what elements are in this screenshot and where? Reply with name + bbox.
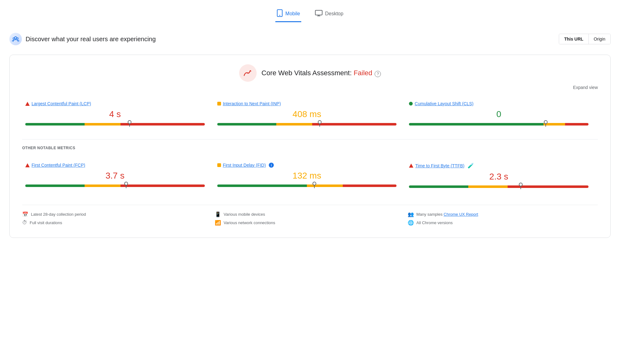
metric-cell-fid: First Input Delay (FID) i 132 ms	[214, 156, 406, 195]
assessment-title: Core Web Vitals Assessment: Failed ?	[262, 69, 381, 77]
bar-orange	[85, 123, 121, 125]
progress-marker	[520, 184, 521, 189]
metric-name-fcp[interactable]: First Contentful Paint (FCP)	[32, 163, 85, 168]
bar-red	[121, 123, 205, 125]
metric-cell-inp: Interaction to Next Paint (INP) 408 ms	[214, 95, 406, 133]
progress-marker	[319, 122, 320, 127]
assessment-icon	[239, 64, 257, 82]
metric-value-inp: 408 ms	[217, 109, 397, 119]
metric-cell-fcp: First Contentful Paint (FCP) 3.7 s	[22, 156, 214, 195]
footer-text: Latest 28-day collection period	[31, 212, 86, 217]
progress-marker	[314, 183, 315, 188]
footer-icon: 📱	[215, 211, 221, 217]
footer-icon: 👥	[408, 211, 414, 217]
footer-icon: ⏱	[22, 220, 27, 225]
help-icon[interactable]: ?	[375, 71, 381, 77]
metric-name-inp[interactable]: Interaction to Next Paint (INP)	[223, 101, 281, 106]
assessment-header: Core Web Vitals Assessment: Failed ?	[22, 64, 598, 82]
metric-cell-ttfb: Time to First Byte (TTFB) 🧪 2.3 s	[406, 156, 598, 195]
svg-rect-2	[315, 10, 322, 15]
bar-red	[312, 123, 396, 125]
info-icon[interactable]: i	[269, 163, 274, 168]
metric-name-ttfb[interactable]: Time to First Byte (TTFB)	[415, 163, 464, 168]
svg-point-5	[17, 38, 18, 39]
progress-bar-track	[409, 185, 588, 188]
indicator-orange-square	[217, 102, 221, 106]
progress-bar-track	[409, 123, 588, 125]
footer-item: 📶 Various network connections	[215, 220, 405, 226]
other-metrics-grid: First Contentful Paint (FCP) 3.7 s First…	[22, 156, 598, 195]
progress-bar	[217, 123, 397, 125]
main-card: Core Web Vitals Assessment: Failed ? Exp…	[9, 55, 611, 238]
bar-green	[409, 185, 468, 188]
progress-bar	[25, 123, 205, 125]
metric-label-row: Time to First Byte (TTFB) 🧪	[409, 163, 588, 169]
assessment-prefix: Core Web Vitals Assessment:	[262, 69, 354, 77]
indicator-green-circle	[409, 102, 413, 106]
this-url-button[interactable]: This URL	[559, 34, 588, 44]
progress-bar-track	[25, 123, 205, 125]
metric-label-row: First Input Delay (FID) i	[217, 163, 397, 168]
origin-button[interactable]: Origin	[589, 34, 610, 44]
footer-icon: 📶	[215, 220, 221, 226]
expand-link[interactable]: Expand view	[573, 85, 598, 90]
metric-value-fid: 132 ms	[217, 171, 397, 181]
tab-desktop[interactable]: Desktop	[314, 7, 345, 22]
tab-mobile[interactable]: Mobile	[275, 6, 301, 22]
metric-label-row: Cumulative Layout Shift (CLS)	[409, 101, 588, 106]
metric-name-fid[interactable]: First Input Delay (FID)	[223, 163, 266, 168]
footer-item: 📅 Latest 28-day collection period	[22, 211, 212, 217]
metric-value-fcp: 3.7 s	[25, 171, 205, 181]
metric-label-row: Interaction to Next Paint (INP)	[217, 101, 397, 106]
metric-label-row: First Contentful Paint (FCP)	[25, 163, 205, 168]
metric-label-row: Largest Contentful Paint (LCP)	[25, 101, 205, 106]
bar-green	[25, 123, 85, 125]
header-icon	[9, 33, 22, 45]
progress-marker	[129, 122, 130, 127]
progress-marker	[545, 122, 546, 127]
bar-red	[121, 184, 205, 187]
footer-item: ⏱ Full visit durations	[22, 220, 212, 225]
footer-link[interactable]: Chrome UX Report	[444, 212, 478, 217]
footer-text: Various mobile devices	[224, 212, 265, 217]
metric-value-cls: 0	[409, 109, 588, 119]
metric-value-ttfb: 2.3 s	[409, 172, 588, 182]
progress-bar	[25, 184, 205, 187]
mobile-icon	[277, 9, 283, 18]
footer-text: Many samples Chrome UX Report	[416, 212, 478, 217]
metric-name-lcp[interactable]: Largest Contentful Paint (LCP)	[32, 101, 91, 106]
metric-cell-lcp: Largest Contentful Paint (LCP) 4 s	[22, 95, 214, 133]
footer-icon: 🌐	[408, 220, 414, 226]
svg-rect-1	[279, 15, 280, 16]
bar-red	[343, 184, 396, 187]
progress-bar-track	[217, 184, 397, 187]
footer-icon: 📅	[22, 211, 28, 217]
footer-grid: 📅 Latest 28-day collection period ⏱ Full…	[22, 205, 598, 228]
header-row: Discover what your real users are experi…	[9, 30, 611, 48]
footer-item: 📱 Various mobile devices	[215, 211, 405, 217]
metric-cell-cls: Cumulative Layout Shift (CLS) 0	[406, 95, 598, 133]
footer-col2: 📱 Various mobile devices 📶 Various netwo…	[215, 211, 405, 228]
bar-red	[565, 123, 588, 125]
tab-desktop-label: Desktop	[325, 11, 343, 17]
progress-bar	[409, 185, 588, 188]
bar-green	[217, 123, 277, 125]
indicator-orange-square	[217, 163, 221, 167]
bar-green	[25, 184, 85, 187]
metric-name-cls[interactable]: Cumulative Layout Shift (CLS)	[415, 101, 473, 106]
desktop-icon	[315, 10, 322, 17]
header-left: Discover what your real users are experi…	[9, 33, 156, 45]
other-metrics-label: OTHER NOTABLE METRICS	[22, 146, 598, 150]
bar-green	[409, 123, 544, 125]
footer-text: Full visit durations	[30, 220, 62, 225]
footer-col1: 📅 Latest 28-day collection period ⏱ Full…	[22, 211, 212, 228]
footer-text: All Chrome versions	[416, 220, 453, 225]
tab-bar: Mobile Desktop	[9, 6, 611, 22]
bar-orange	[276, 123, 312, 125]
progress-marker	[126, 183, 126, 188]
svg-point-6	[247, 72, 249, 74]
progress-bar-track	[25, 184, 205, 187]
tab-mobile-label: Mobile	[285, 11, 300, 17]
bar-green	[217, 184, 307, 187]
bar-orange	[307, 184, 343, 187]
